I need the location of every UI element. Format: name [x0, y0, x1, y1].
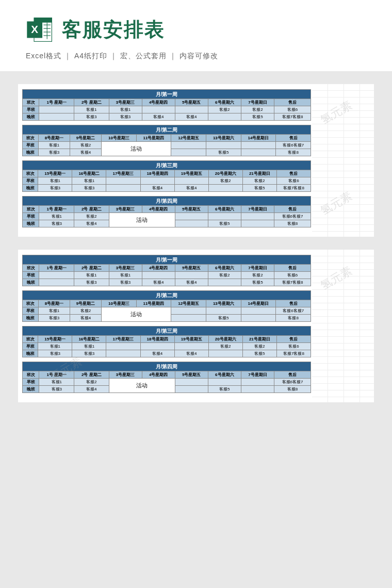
week-table: 月/第四周班次1号 星期一2号 星期二3号星期三4号星期四5号星期五6号星期六7… [22, 362, 311, 393]
day-header: 13号星期六 [206, 300, 241, 307]
day-header: 1号 星期一 [39, 206, 74, 213]
week-title: 月/第一周 [23, 90, 311, 99]
cell [241, 386, 274, 393]
day-header: 12号星期五 [171, 135, 206, 142]
after-cell: 客服6 [274, 106, 311, 113]
shift-label: 早班 [23, 106, 39, 113]
day-header: 8号星期一 [38, 300, 70, 307]
day-header: 3号星期三 [109, 371, 142, 379]
cell [39, 279, 74, 286]
morning-row: 早班客服1客服2活动客服6客服7 [23, 307, 311, 315]
week-title: 月/第四周 [23, 197, 311, 206]
cell: 客服2 [208, 106, 241, 113]
cell: 客服2 [74, 213, 109, 220]
week-table: 月/第一周班次1号 星期一2号 星期二3号星期三4号星期四5号星期五6号星期六7… [22, 89, 311, 121]
cell: 客服4 [140, 350, 174, 357]
cell [175, 386, 208, 393]
day-header: 13号星期六 [206, 135, 241, 142]
morning-row: 早班客服1客服2活动客服6客服7 [23, 142, 311, 149]
day-header: 17号星期三 [106, 336, 140, 343]
cell: 客服4 [70, 315, 102, 322]
cell: 客服3 [72, 350, 106, 357]
week-table: 月/第三周班次15号星期一16号星期二17号星期三18号星期四19号星期五20号… [22, 326, 311, 357]
cell: 客服5 [241, 279, 274, 286]
after-header: 售后 [276, 170, 311, 177]
day-header: 18号星期四 [140, 170, 174, 177]
day-header: 21号星期日 [242, 170, 276, 177]
activity-cell: 活动 [109, 379, 175, 393]
activity-cell: 活动 [102, 142, 171, 156]
day-header: 7号星期日 [241, 371, 274, 379]
cell: 客服4 [140, 185, 174, 192]
cell [175, 220, 208, 227]
after-cell: 客服6客服7 [274, 379, 311, 386]
header-row: 班次8号星期一9号星期二10号星期三11号星期四12号星期五13号星期六14号星… [23, 135, 311, 142]
cell [241, 379, 274, 386]
cell: 客服1 [39, 379, 74, 386]
cell [106, 185, 140, 192]
cell [208, 185, 242, 192]
day-header: 7号星期日 [241, 99, 274, 106]
shift-label: 晚班 [23, 350, 38, 357]
cell [39, 106, 74, 113]
cell: 客服2 [208, 177, 242, 185]
preview-top: 氢元素 氢元素 月/第一周班次1号 星期一2号 星期二3号星期三4号星期四5号星… [18, 84, 374, 237]
week-table: 月/第一周班次1号 星期一2号 星期二3号星期三4号星期四5号星期五6号星期六7… [22, 255, 311, 286]
activity-cell: 活动 [102, 307, 171, 322]
after-cell: 客服8 [276, 149, 311, 156]
cell [175, 272, 208, 279]
after-cell: 客服8 [276, 315, 311, 322]
header-row: 班次15号星期一16号星期二17号星期三18号星期四19号星期五20号星期六21… [23, 170, 311, 177]
day-header: 6号星期六 [208, 265, 241, 272]
day-header: 5号星期五 [175, 265, 208, 272]
week-title: 月/第一周 [23, 255, 311, 265]
cell: 客服1 [38, 142, 70, 149]
cell [206, 142, 241, 149]
week-title: 月/第二周 [23, 125, 311, 135]
day-header: 5号星期五 [175, 206, 208, 213]
day-header: 9号星期二 [70, 300, 102, 307]
shift-label: 晚班 [23, 149, 39, 156]
day-header: 6号星期六 [208, 206, 241, 213]
cell [106, 343, 140, 350]
day-header: 15号星期一 [38, 336, 72, 343]
week-title: 月/第三周 [23, 161, 311, 170]
cell [241, 307, 276, 315]
shift-header: 班次 [23, 135, 39, 142]
morning-row: 早班客服1客服2活动客服6客服7 [23, 213, 311, 220]
after-header: 售后 [274, 371, 311, 379]
cell: 客服4 [70, 149, 102, 156]
after-cell: 客服7客服8 [276, 185, 311, 192]
spreadsheet-grid [312, 84, 374, 237]
after-header: 售后 [274, 99, 311, 106]
cell: 客服3 [38, 149, 70, 156]
cell: 客服2 [74, 379, 109, 386]
cell [208, 379, 241, 386]
cell: 客服1 [38, 343, 72, 350]
cell: 客服1 [109, 272, 142, 279]
header-row: 班次8号星期一9号星期二10号星期三11号星期四12号星期五13号星期六14号星… [23, 300, 311, 307]
day-header: 16号星期二 [72, 170, 106, 177]
cell: 客服3 [109, 113, 142, 121]
cell [171, 307, 206, 315]
spreadsheet-grid [312, 250, 374, 402]
shift-label: 早班 [23, 343, 38, 350]
cell: 客服3 [38, 185, 72, 192]
cell [142, 106, 175, 113]
day-header: 4号星期四 [142, 371, 175, 379]
shift-header: 班次 [23, 170, 38, 177]
cell: 客服3 [39, 386, 74, 393]
shift-label: 早班 [23, 379, 39, 386]
cell [174, 177, 208, 185]
day-header: 2号 星期二 [74, 265, 109, 272]
day-header: 4号星期四 [142, 99, 175, 106]
evening-row: 晚班客服3客服3客服4客服4客服5客服7客服8 [23, 185, 311, 192]
day-header: 11号星期四 [136, 135, 171, 142]
evening-row: 晚班客服3客服3客服4客服4客服5客服7客服8 [23, 350, 311, 357]
day-header: 2号 星期二 [74, 371, 109, 379]
after-cell: 客服6 [274, 272, 311, 279]
shift-label: 晚班 [23, 315, 39, 322]
shift-header: 班次 [23, 206, 39, 213]
day-header: 3号星期三 [109, 99, 142, 106]
shift-label: 晚班 [23, 279, 39, 286]
